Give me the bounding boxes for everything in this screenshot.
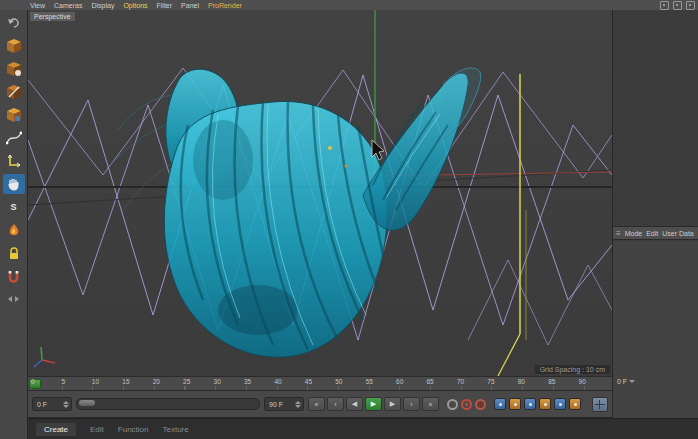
lock-icon[interactable] bbox=[3, 243, 25, 263]
timeline-tick-label: 70 bbox=[457, 378, 487, 385]
attribute-manager-panel: ≡ Mode Edit User Data 0 F bbox=[612, 10, 698, 418]
bottom-menu-edit[interactable]: Edit bbox=[90, 425, 104, 434]
timeline-tick-label: 10 bbox=[92, 378, 122, 385]
spline-pen-icon[interactable] bbox=[3, 128, 25, 148]
menubar-corner-icons bbox=[660, 1, 695, 10]
end-frame-value: 90 F bbox=[269, 401, 283, 408]
timeline-power-slider[interactable] bbox=[76, 398, 260, 410]
record-keyframe-button[interactable] bbox=[447, 399, 458, 410]
record-position-toggle[interactable] bbox=[494, 398, 506, 410]
timeline-tick-label: 45 bbox=[305, 378, 335, 385]
snap-arrows-icon[interactable] bbox=[3, 289, 25, 309]
dropdown-arrow-icon bbox=[629, 380, 635, 383]
timeline-tick-label: 60 bbox=[396, 378, 426, 385]
magnet-icon[interactable] bbox=[3, 266, 25, 286]
attr-menu-edit[interactable]: Edit bbox=[646, 230, 658, 237]
start-frame-field[interactable]: 0 F bbox=[32, 397, 72, 411]
record-ik-toggle[interactable] bbox=[569, 398, 581, 410]
vertex-marker-dot bbox=[328, 146, 332, 150]
timeline-tick-label: 20 bbox=[153, 378, 183, 385]
scale-tool-icon[interactable]: S bbox=[3, 197, 25, 217]
spinner-icon[interactable] bbox=[295, 401, 301, 408]
goto-end-button[interactable]: » bbox=[422, 397, 439, 411]
timeline-tick-label: 75 bbox=[487, 378, 517, 385]
record-channel-toggles bbox=[494, 398, 581, 410]
timeline-tick-label: 15 bbox=[122, 378, 152, 385]
prev-key-button[interactable]: ‹ bbox=[327, 397, 344, 411]
attr-menu-mode[interactable]: Mode bbox=[625, 230, 643, 237]
menu-prorender[interactable]: ProRender bbox=[208, 2, 242, 9]
animation-toolbar: 0 F 90 F « ‹ ◀ ▶ ▶ › » bbox=[28, 391, 612, 418]
mesh-object[interactable] bbox=[110, 68, 481, 357]
power-slider-handle[interactable] bbox=[79, 400, 95, 406]
timeline-tick-label: 55 bbox=[366, 378, 396, 385]
timeline-tick-label: 35 bbox=[244, 378, 274, 385]
record-rotation-toggle[interactable] bbox=[524, 398, 536, 410]
bottom-menu-texture[interactable]: Texture bbox=[163, 425, 189, 434]
yellow-axis-diagonal bbox=[498, 334, 520, 376]
undo-icon[interactable] bbox=[3, 13, 25, 33]
record-scale-toggle[interactable] bbox=[509, 398, 521, 410]
attribute-manager-body bbox=[613, 241, 698, 418]
viewport-canvas[interactable] bbox=[28, 10, 612, 376]
timeline-tick-label: 25 bbox=[183, 378, 213, 385]
bottom-menu-create[interactable]: Create bbox=[36, 423, 76, 436]
record-pla-toggle[interactable] bbox=[554, 398, 566, 410]
menu-cameras[interactable]: Cameras bbox=[54, 2, 82, 9]
vertex-marker-dot-2 bbox=[345, 165, 348, 168]
record-parameter-toggle[interactable] bbox=[539, 398, 551, 410]
timeline-tick-label: 65 bbox=[426, 378, 456, 385]
timeline-tick-labels: 051015202530354045505560657075808590 bbox=[31, 378, 609, 385]
timeline-end-frame-value: 0 F bbox=[617, 378, 627, 385]
timeline-ruler[interactable]: 051015202530354045505560657075808590 bbox=[28, 376, 612, 391]
world-axis-gizmo bbox=[34, 347, 55, 367]
cube-modeling-icon[interactable] bbox=[3, 105, 25, 125]
bottom-menubar: Create Edit Function Texture bbox=[28, 418, 698, 439]
cube-generator-icon[interactable] bbox=[3, 59, 25, 79]
timeline-tick-label: 30 bbox=[214, 378, 244, 385]
panel-menu-icon[interactable]: ≡ bbox=[616, 229, 621, 238]
transport-controls: « ‹ ◀ ▶ ▶ › » bbox=[308, 397, 439, 411]
cube-primitive-icon[interactable] bbox=[3, 36, 25, 56]
next-key-button[interactable]: › bbox=[403, 397, 420, 411]
menu-display[interactable]: Display bbox=[91, 2, 114, 9]
timeline-end-frame-label[interactable]: 0 F bbox=[617, 378, 635, 385]
menu-filter[interactable]: Filter bbox=[157, 2, 173, 9]
keyframe-controls bbox=[447, 399, 486, 410]
prev-frame-button[interactable]: ◀ bbox=[346, 397, 363, 411]
end-frame-field[interactable]: 90 F bbox=[264, 397, 304, 411]
timeline-tick-label: 85 bbox=[548, 378, 578, 385]
camera-icon[interactable] bbox=[673, 1, 682, 10]
timeline-tick-label: 50 bbox=[335, 378, 365, 385]
grid-spacing-label: Grid Spacing : 10 cm bbox=[535, 365, 610, 374]
axis-tool-icon[interactable] bbox=[3, 151, 25, 171]
next-frame-button[interactable]: ▶ bbox=[384, 397, 401, 411]
timeline-tick-label: 5 bbox=[61, 378, 91, 385]
timeline-tick-label: 0 bbox=[31, 378, 61, 385]
start-frame-value: 0 F bbox=[37, 401, 47, 408]
attribute-manager-header: ≡ Mode Edit User Data bbox=[613, 226, 698, 240]
viewport-layout-icon[interactable] bbox=[660, 1, 669, 10]
menu-view[interactable]: View bbox=[30, 2, 45, 9]
viewport-menu-items: View Cameras Display Options Filter Pane… bbox=[0, 2, 242, 9]
perspective-viewport[interactable]: Perspective bbox=[28, 10, 612, 376]
timeline-tick-label: 90 bbox=[579, 378, 609, 385]
settings-icon[interactable] bbox=[686, 1, 695, 10]
menu-options[interactable]: Options bbox=[123, 2, 147, 9]
autokey-button[interactable] bbox=[461, 399, 472, 410]
minimal-interface-icon[interactable] bbox=[592, 397, 608, 412]
keyframe-selection-button[interactable] bbox=[475, 399, 486, 410]
left-toolbar: S bbox=[0, 10, 28, 439]
goto-start-button[interactable]: « bbox=[308, 397, 325, 411]
menu-panel[interactable]: Panel bbox=[181, 2, 199, 9]
bodypaint-brush-icon[interactable] bbox=[3, 220, 25, 240]
cube-deformer-icon[interactable] bbox=[3, 82, 25, 102]
scale-tool-label: S bbox=[10, 202, 16, 212]
attr-menu-userdata[interactable]: User Data bbox=[662, 230, 694, 237]
play-button[interactable]: ▶ bbox=[365, 397, 382, 411]
timeline-tick-label: 40 bbox=[274, 378, 304, 385]
spinner-icon[interactable] bbox=[63, 401, 69, 408]
bottom-menu-function[interactable]: Function bbox=[118, 425, 149, 434]
viewport-camera-label[interactable]: Perspective bbox=[30, 12, 75, 21]
hand-tool-icon[interactable] bbox=[3, 174, 25, 194]
